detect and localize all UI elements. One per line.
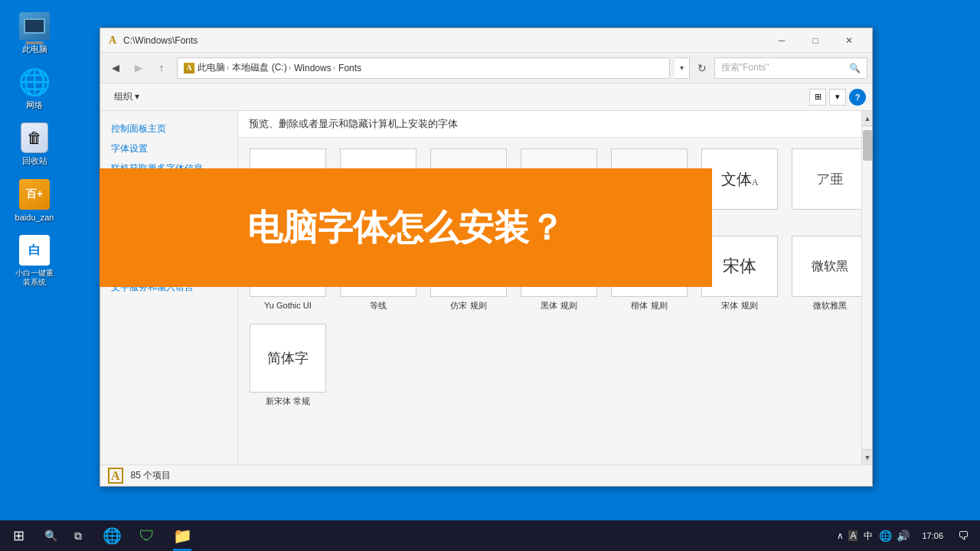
desktop: 此电脑 🌐 网络 🗑 回收站 百+ baidu_zan 白 <box>0 0 980 551</box>
search-placeholder: 搜索"Fonts" <box>721 61 769 74</box>
taskbar-search-button[interactable]: 🔍 <box>37 520 64 551</box>
notification-button[interactable]: 🗨 <box>952 520 974 551</box>
whitebox-label: 小白一键重 装系统 <box>15 269 54 287</box>
taskbar: ⊞ 🔍 ⧉ 🌐 🛡 📁 ∧ A 中 🌐 🔊 <box>0 520 980 551</box>
item-count: 85 个项目 <box>131 469 172 482</box>
help-button[interactable]: ? <box>849 89 866 106</box>
description-text: 预览、删除或者显示和隐藏计算机上安装的字体 <box>249 117 851 131</box>
volume-icon[interactable]: 🔊 <box>897 530 910 542</box>
taskbar-clock[interactable]: 17:06 <box>916 530 949 541</box>
sidebar: 控制面板主页 字体设置 联机获取更多字体信息 调整 ClearType 文本 查… <box>100 111 238 465</box>
address-bar[interactable]: A 此电脑 › 本地磁盘 (C:) › Windows › Fonts <box>177 57 670 79</box>
network-icon: 🌐 <box>19 67 50 97</box>
maximize-button[interactable]: □ <box>799 29 832 52</box>
window-controls: ─ □ ✕ <box>765 29 866 52</box>
font-thumbnail-wenzi: 文体 A <box>701 148 778 210</box>
navbar: ◀ ▶ ↑ A 此电脑 › 本地磁盘 (C:) › Windows › Font <box>100 53 872 83</box>
recycle-label: 回收站 <box>22 156 47 166</box>
font-thumbnail-weihei: 微软黑 <box>792 236 861 297</box>
baidu-zan-label: baidu_zan <box>15 213 54 223</box>
main-content: 控制面板主页 字体设置 联机获取更多字体信息 调整 ClearType 文本 查… <box>100 111 872 465</box>
this-pc-icon <box>19 11 50 41</box>
address-segment-0: 此电脑 › <box>198 61 229 74</box>
chinese-input-icon[interactable]: 中 <box>862 530 874 543</box>
taskbar-app-file-explorer[interactable]: 📁 <box>165 520 199 551</box>
network-label: 网络 <box>26 100 43 110</box>
taskbar-app-edge[interactable]: 🌐 <box>95 520 129 551</box>
task-view-button[interactable]: ⧉ <box>64 520 92 551</box>
font-thumbnail-xinsongti: 简体字 <box>250 324 326 393</box>
taskbar-sys-tray: ∧ A 中 🌐 🔊 <box>834 530 913 543</box>
taskbar-app-360[interactable]: 🛡 <box>130 520 164 551</box>
desktop-icon-network[interactable]: 🌐 网络 <box>8 64 61 113</box>
search-icon: 🔍 <box>849 63 861 73</box>
desktop-icon-this-pc[interactable]: 此电脑 <box>8 8 61 57</box>
desktop-icons: 此电脑 🌐 网络 🗑 回收站 百+ baidu_zan 白 <box>8 8 61 290</box>
status-font-icon: A <box>108 469 126 483</box>
window-icon: A <box>106 34 119 47</box>
desktop-icon-whitebox[interactable]: 白 小白一键重 装系统 <box>8 232 61 290</box>
taskbar-apps: 🌐 🛡 📁 <box>95 520 199 551</box>
360-icon: 🛡 <box>139 527 155 545</box>
window-scrollbar: ▲ ▼ <box>861 111 872 465</box>
organize-label: 组织 ▾ <box>114 90 139 103</box>
address-icon: A <box>184 63 194 73</box>
notification-icon: 🗨 <box>958 530 969 542</box>
sidebar-item-font-settings[interactable]: 字体设置 <box>100 139 237 158</box>
organize-button[interactable]: 组织 ▾ <box>106 87 147 107</box>
orange-banner-text: 电脑字体怎么安装？ <box>247 204 564 252</box>
desktop-icon-recycle[interactable]: 🗑 回收站 <box>8 119 61 169</box>
keyboard-lang-icon[interactable]: A <box>848 530 858 541</box>
search-box[interactable]: 搜索"Fonts" 🔍 <box>714 57 867 79</box>
address-dropdown-button[interactable]: ▾ <box>675 57 690 79</box>
whitebox-icon: 白 <box>19 235 50 266</box>
network-status-icon[interactable]: 🌐 <box>879 530 892 542</box>
desktop-icon-baidu-zan[interactable]: 百+ baidu_zan <box>8 176 61 226</box>
minimize-button[interactable]: ─ <box>765 29 799 52</box>
address-segment-1: 本地磁盘 (C:) › <box>232 61 291 74</box>
edge-icon: 🌐 <box>103 527 122 545</box>
clock-time: 17:06 <box>922 530 943 541</box>
scroll-down-button[interactable]: ▼ <box>862 449 872 465</box>
view-button[interactable]: ⊞ <box>809 89 826 106</box>
recycle-bin-icon: 🗑 <box>19 122 50 153</box>
titlebar: A C:\Windows\Fonts ─ □ ✕ <box>100 28 872 53</box>
font-name-yu-gothic: Yu Gothic UI <box>264 300 312 311</box>
font-name-dengxian: 等线 <box>370 300 387 311</box>
font-name-songti: 宋体 规则 <box>721 300 757 311</box>
this-pc-label: 此电脑 <box>22 44 47 54</box>
taskbar-search-icon: 🔍 <box>44 530 57 542</box>
up-button[interactable]: ↑ <box>151 57 172 79</box>
refresh-button[interactable]: ↻ <box>691 57 713 79</box>
description-bar: 预览、删除或者显示和隐藏计算机上安装的字体 <box>238 111 861 138</box>
close-button[interactable]: ✕ <box>832 29 866 52</box>
scroll-thumb[interactable] <box>863 130 872 161</box>
start-button[interactable]: ⊞ <box>0 520 37 551</box>
font-thumbnail-jp: ア亜 <box>792 148 861 210</box>
forward-button[interactable]: ▶ <box>128 57 149 79</box>
address-segment-2: Windows › <box>294 63 335 73</box>
font-area: 预览、删除或者显示和隐藏计算机上安装的字体 Subheading Subhead… <box>238 111 861 465</box>
file-explorer-icon: 📁 <box>173 527 192 545</box>
start-icon: ⊞ <box>13 527 24 544</box>
baidu-zan-icon: 百+ <box>19 179 50 210</box>
scroll-up-button[interactable]: ▲ <box>862 111 872 126</box>
sidebar-item-control-panel[interactable]: 控制面板主页 <box>100 119 237 139</box>
toolbar: 组织 ▾ ⊞ ▾ ? <box>100 83 872 111</box>
back-button[interactable]: ◀ <box>105 57 126 79</box>
font-item-jp[interactable]: ア亜 <box>788 145 861 227</box>
caret-icon[interactable]: ∧ <box>837 530 844 541</box>
view-dropdown-button[interactable]: ▾ <box>829 89 846 106</box>
font-item-weihei[interactable]: 微软黑 微软雅黑 <box>788 233 861 314</box>
window-title: C:\Windows\Fonts <box>123 35 765 46</box>
font-thumbnail-songti: 宋体 <box>701 236 778 297</box>
orange-banner: 电脑字体怎么安装？ <box>100 168 712 287</box>
font-name-xinsongti: 新宋体 常规 <box>266 396 310 406</box>
address-segment-3: Fonts <box>338 63 361 73</box>
font-name-heiti: 黑体 规则 <box>541 300 577 311</box>
font-item-xinsongti[interactable]: 简体字 新宋体 常规 <box>246 321 330 409</box>
font-name-kaiti: 楷体 规则 <box>631 300 667 311</box>
font-name-fangsong: 仿宋 规则 <box>450 300 486 311</box>
task-view-icon: ⧉ <box>74 530 82 543</box>
statusbar: A 85 个项目 <box>100 465 872 486</box>
